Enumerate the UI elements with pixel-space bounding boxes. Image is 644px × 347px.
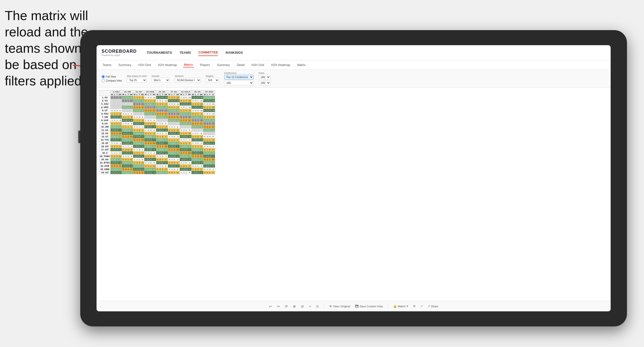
matrix-cell: 8	[164, 164, 168, 168]
matrix-cell: -1	[152, 151, 156, 155]
matrix-cell	[125, 109, 127, 112]
conference-sub-select[interactable]: (All)	[224, 81, 254, 85]
team-label: Team	[259, 72, 271, 74]
subnav-h2h-heatmap1[interactable]: H2H Heatmap	[157, 63, 178, 67]
matrix-cell: 1	[118, 122, 122, 125]
matrix-cell: 0	[173, 148, 176, 151]
compact-view-radio[interactable]: Compact View	[102, 79, 122, 82]
matrix-cell: 2	[159, 161, 161, 164]
add-button[interactable]: +	[309, 304, 311, 308]
team-sub-select[interactable]: (All)	[259, 81, 271, 85]
zoom-out-button[interactable]: ⊖	[301, 304, 304, 308]
matrix-cell: -2	[141, 125, 144, 129]
matrix-cell: 0	[197, 148, 199, 151]
col-header-su: 27. SU	[168, 90, 180, 93]
matrix-cell: 2	[125, 161, 127, 164]
matrix-cell: 0	[185, 122, 187, 125]
options-button[interactable]: ⚙	[413, 305, 416, 308]
subnav-summary1[interactable]: Summary	[117, 63, 132, 67]
matrix-cell: 0	[209, 96, 211, 99]
target-button[interactable]: ⊙	[316, 304, 319, 308]
expand-button[interactable]: ⤢	[421, 305, 423, 308]
matrix-cell: 1	[180, 158, 183, 161]
subnav-matrix1[interactable]: Matrix	[183, 63, 194, 68]
subnav-summary2[interactable]: Summary	[216, 63, 231, 67]
matrix-cell: 3	[168, 142, 171, 145]
save-custom-button[interactable]: 💾 Save Custom View	[355, 305, 383, 308]
matrix-cell: 2	[122, 112, 125, 115]
matrix-cell: 1	[180, 119, 183, 122]
matrix-cell: 2	[180, 96, 183, 99]
matrix-cell: 2	[136, 96, 138, 99]
matrix-cell: 0	[209, 102, 211, 106]
matrix-cell: 1	[209, 151, 211, 155]
matrix-cell: 2	[113, 158, 116, 161]
full-view-input[interactable]	[102, 75, 105, 78]
matrix-cell: 2	[168, 112, 171, 115]
matrix-cell: 0	[197, 96, 199, 99]
conference-select[interactable]: Pac-12 Conference (All)	[224, 75, 254, 80]
subnav-players[interactable]: Players	[199, 63, 211, 67]
table-row: 12. UV31110021710142111321-2001-5111-822…	[99, 132, 215, 135]
matrix-cell: 0	[127, 155, 129, 158]
matrix-cell: 0	[147, 96, 149, 99]
matrix-cell: 4	[118, 125, 122, 129]
matrix-cell: 3	[180, 138, 183, 142]
matrix-cell: 0	[122, 106, 125, 109]
matrix-cell: 0	[133, 155, 136, 158]
matrix-cell: 0	[125, 99, 127, 102]
subnav-h2h-grid2[interactable]: H2H Grid	[251, 63, 265, 67]
max-teams-select[interactable]: Top 25 Top 50 All	[127, 78, 147, 83]
watch-chevron: ▾	[407, 305, 408, 308]
team-select[interactable]: (All)	[259, 75, 271, 80]
matrix-cell: 1	[185, 158, 187, 161]
matrix-cell: 0	[149, 109, 152, 112]
subnav-matrix2[interactable]: Matrix	[296, 63, 306, 67]
zoom-in-button[interactable]: ⊕	[293, 304, 296, 308]
redo-button[interactable]: ↪	[277, 304, 280, 308]
matrix-cell: 2	[147, 138, 149, 142]
view-original-button[interactable]: 👁 View: Original	[329, 305, 350, 308]
matrix-cell: -27	[211, 96, 215, 99]
matrix-cell: 2	[136, 125, 138, 129]
matrix-cell: -7	[187, 155, 192, 158]
matrix-cell: 10	[129, 135, 133, 138]
matrix-cell: 2	[203, 115, 206, 119]
matrix-cell: 0	[197, 161, 199, 164]
subnav-h2h-heatmap2[interactable]: H2H Heatmap	[270, 63, 291, 67]
subnav-teams[interactable]: Teams	[102, 63, 112, 67]
undo-button[interactable]: ↩	[269, 304, 272, 308]
compact-view-input[interactable]	[102, 79, 105, 82]
subnav-h2h-grid1[interactable]: H2H Grid	[137, 63, 152, 67]
nav-committee[interactable]: COMMITTEE	[198, 49, 218, 56]
region-select[interactable]: N/A East West	[206, 78, 219, 83]
matrix-cell: 0	[116, 135, 118, 138]
matrix-cell: -8	[176, 129, 180, 132]
matrix-cell: 2	[111, 142, 114, 145]
share-button[interactable]: ↗ Share	[428, 305, 438, 308]
matrix-area[interactable]: 3. ASU 10. UW 11. UA 22. UCB 24. UO 27. …	[97, 88, 611, 301]
matrix-cell: 2	[125, 132, 127, 135]
nav-teams[interactable]: TEAMS	[180, 49, 191, 56]
nav-tournaments[interactable]: TOURNAMENTS	[147, 49, 172, 56]
matrix-cell: 1	[183, 142, 185, 145]
division-select[interactable]: NCAA Division I NCAA Division II	[175, 78, 201, 83]
subnav-detail[interactable]: Detail	[236, 63, 246, 67]
refresh-button[interactable]: ⟳	[285, 304, 288, 308]
nav-rankings[interactable]: RANKINGS	[225, 49, 243, 56]
matrix-cell: -3	[141, 102, 144, 106]
matrix-cell: 2	[180, 148, 183, 151]
watch-button[interactable]: 🔔 Watch ▾	[393, 305, 408, 308]
stat-d-9: D	[211, 93, 215, 96]
matrix-cell: 2	[203, 155, 206, 158]
matrix-cell: 2	[147, 109, 149, 112]
matrix-cell: 0	[206, 171, 208, 174]
full-view-radio[interactable]: Full View	[102, 75, 122, 78]
matrix-cell: 0	[122, 119, 125, 122]
matrix-cell: 5	[118, 148, 122, 151]
gender-select[interactable]: Men's Women's	[152, 78, 170, 83]
watch-icon: 🔔	[393, 305, 397, 308]
matrix-cell: 1	[183, 171, 185, 174]
matrix-cell	[125, 102, 127, 106]
matrix-cell: 3	[133, 138, 136, 142]
